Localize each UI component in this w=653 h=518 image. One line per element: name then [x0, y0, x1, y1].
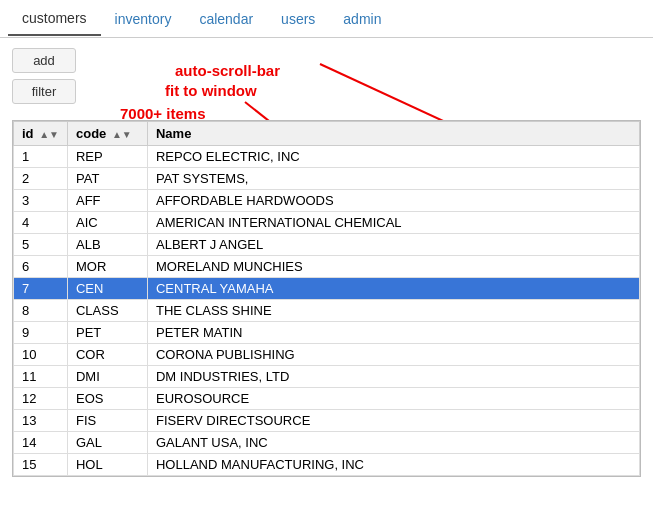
col-header-id[interactable]: id ▲▼: [14, 122, 68, 146]
cell-code: PET: [67, 322, 147, 344]
tab-inventory[interactable]: inventory: [101, 3, 186, 35]
cell-name: CORONA PUBLISHING: [147, 344, 639, 366]
cell-id: 3: [14, 190, 68, 212]
col-header-code[interactable]: code ▲▼: [67, 122, 147, 146]
table-row[interactable]: 5ALBALBERT J ANGEL: [14, 234, 640, 256]
cell-id: 10: [14, 344, 68, 366]
cell-code: HOL: [67, 454, 147, 476]
cell-code: FIS: [67, 410, 147, 432]
cell-code: DMI: [67, 366, 147, 388]
action-buttons: add filter: [0, 38, 653, 120]
cell-name: PAT SYSTEMS,: [147, 168, 639, 190]
cell-code: COR: [67, 344, 147, 366]
cell-id: 5: [14, 234, 68, 256]
cell-code: AFF: [67, 190, 147, 212]
cell-code: CEN: [67, 278, 147, 300]
filter-button[interactable]: filter: [12, 79, 76, 104]
customers-table: id ▲▼ code ▲▼ Name 1REPREPCO ELECTRIC, I…: [13, 121, 640, 476]
cell-name: MORELAND MUNCHIES: [147, 256, 639, 278]
sort-icon-code: ▲▼: [112, 129, 132, 140]
table-body: 1REPREPCO ELECTRIC, INC2PATPAT SYSTEMS,3…: [14, 146, 640, 476]
cell-id: 11: [14, 366, 68, 388]
cell-code: REP: [67, 146, 147, 168]
cell-code: PAT: [67, 168, 147, 190]
table-row[interactable]: 11DMIDM INDUSTRIES, LTD: [14, 366, 640, 388]
cell-name: PETER MATIN: [147, 322, 639, 344]
table-row[interactable]: 9PETPETER MATIN: [14, 322, 640, 344]
table-row[interactable]: 6MORMORELAND MUNCHIES: [14, 256, 640, 278]
tab-admin[interactable]: admin: [329, 3, 395, 35]
table-row[interactable]: 7CENCENTRAL YAMAHA: [14, 278, 640, 300]
cell-name: AMERICAN INTERNATIONAL CHEMICAL: [147, 212, 639, 234]
cell-id: 1: [14, 146, 68, 168]
cell-id: 4: [14, 212, 68, 234]
tab-customers[interactable]: customers: [8, 2, 101, 36]
col-header-name[interactable]: Name: [147, 122, 639, 146]
cell-name: EUROSOURCE: [147, 388, 639, 410]
cell-name: FISERV DIRECTSOURCE: [147, 410, 639, 432]
cell-name: DM INDUSTRIES, LTD: [147, 366, 639, 388]
cell-id: 6: [14, 256, 68, 278]
cell-name: CENTRAL YAMAHA: [147, 278, 639, 300]
cell-name: ALBERT J ANGEL: [147, 234, 639, 256]
cell-code: EOS: [67, 388, 147, 410]
table-row[interactable]: 3AFFAFFORDABLE HARDWOODS: [14, 190, 640, 212]
table-row[interactable]: 4AICAMERICAN INTERNATIONAL CHEMICAL: [14, 212, 640, 234]
cell-id: 12: [14, 388, 68, 410]
cell-name: GALANT USA, INC: [147, 432, 639, 454]
cell-name: REPCO ELECTRIC, INC: [147, 146, 639, 168]
table-row[interactable]: 15HOLHOLLAND MANUFACTURING, INC: [14, 454, 640, 476]
cell-code: AIC: [67, 212, 147, 234]
customers-table-container: id ▲▼ code ▲▼ Name 1REPREPCO ELECTRIC, I…: [12, 120, 641, 477]
table-row[interactable]: 10CORCORONA PUBLISHING: [14, 344, 640, 366]
table-row[interactable]: 2PATPAT SYSTEMS,: [14, 168, 640, 190]
table-row[interactable]: 12EOSEUROSOURCE: [14, 388, 640, 410]
cell-id: 14: [14, 432, 68, 454]
cell-name: AFFORDABLE HARDWOODS: [147, 190, 639, 212]
cell-code: CLASS: [67, 300, 147, 322]
cell-id: 8: [14, 300, 68, 322]
table-row[interactable]: 14GALGALANT USA, INC: [14, 432, 640, 454]
cell-id: 15: [14, 454, 68, 476]
cell-code: MOR: [67, 256, 147, 278]
tab-users[interactable]: users: [267, 3, 329, 35]
table-row[interactable]: 13FISFISERV DIRECTSOURCE: [14, 410, 640, 432]
tab-calendar[interactable]: calendar: [185, 3, 267, 35]
cell-name: THE CLASS SHINE: [147, 300, 639, 322]
add-button[interactable]: add: [12, 48, 76, 73]
cell-id: 9: [14, 322, 68, 344]
table-header-row: id ▲▼ code ▲▼ Name: [14, 122, 640, 146]
cell-id: 2: [14, 168, 68, 190]
cell-id: 13: [14, 410, 68, 432]
sort-icon-id: ▲▼: [39, 129, 59, 140]
cell-code: ALB: [67, 234, 147, 256]
table-row[interactable]: 8CLASSTHE CLASS SHINE: [14, 300, 640, 322]
cell-name: HOLLAND MANUFACTURING, INC: [147, 454, 639, 476]
nav-tabs: customers inventory calendar users admin: [0, 0, 653, 38]
cell-code: GAL: [67, 432, 147, 454]
cell-id: 7: [14, 278, 68, 300]
table-row[interactable]: 1REPREPCO ELECTRIC, INC: [14, 146, 640, 168]
